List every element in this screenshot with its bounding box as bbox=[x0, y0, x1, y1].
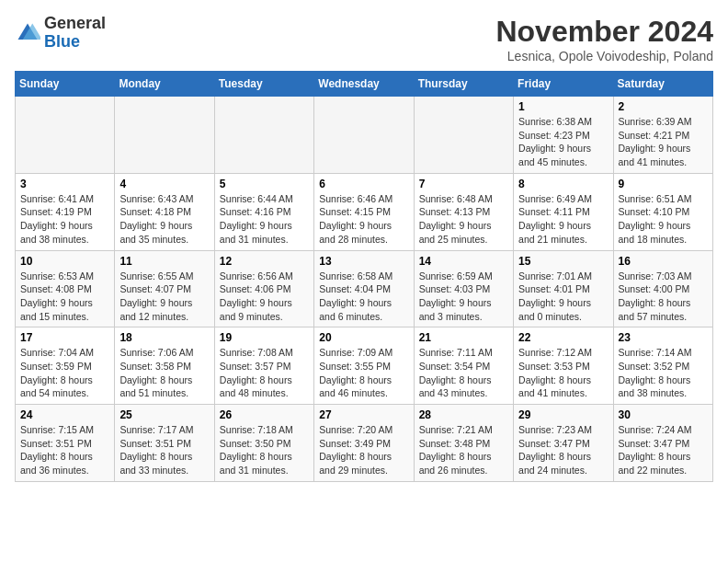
day-info: Sunrise: 7:14 AM Sunset: 3:52 PM Dayligh… bbox=[619, 346, 708, 400]
calendar-cell-w4-d4: 20Sunrise: 7:09 AM Sunset: 3:55 PM Dayli… bbox=[314, 327, 414, 405]
day-number: 20 bbox=[319, 331, 408, 344]
day-number: 17 bbox=[20, 331, 109, 344]
calendar-cell-w4-d6: 22Sunrise: 7:12 AM Sunset: 3:53 PM Dayli… bbox=[514, 327, 613, 405]
calendar-cell-w4-d2: 18Sunrise: 7:06 AM Sunset: 3:58 PM Dayli… bbox=[115, 327, 214, 405]
day-info: Sunrise: 7:20 AM Sunset: 3:49 PM Dayligh… bbox=[319, 423, 408, 477]
week-row-3: 10Sunrise: 6:53 AM Sunset: 4:08 PM Dayli… bbox=[16, 250, 713, 327]
calendar-cell-w4-d7: 23Sunrise: 7:14 AM Sunset: 3:52 PM Dayli… bbox=[613, 327, 712, 405]
day-number: 30 bbox=[619, 408, 708, 421]
day-info: Sunrise: 7:01 AM Sunset: 4:01 PM Dayligh… bbox=[518, 270, 608, 324]
calendar-cell-w1-d6: 1Sunrise: 6:38 AM Sunset: 4:23 PM Daylig… bbox=[514, 97, 613, 174]
day-number: 1 bbox=[518, 100, 608, 113]
day-number: 26 bbox=[220, 408, 309, 421]
day-number: 8 bbox=[518, 178, 608, 190]
calendar-cell-w2-d7: 9Sunrise: 6:51 AM Sunset: 4:10 PM Daylig… bbox=[613, 173, 712, 250]
calendar-cell-w5-d4: 27Sunrise: 7:20 AM Sunset: 3:49 PM Dayli… bbox=[314, 405, 414, 482]
day-info: Sunrise: 7:17 AM Sunset: 3:51 PM Dayligh… bbox=[119, 423, 209, 477]
day-number: 19 bbox=[220, 331, 309, 344]
day-number: 16 bbox=[619, 255, 708, 268]
day-info: Sunrise: 6:51 AM Sunset: 4:10 PM Dayligh… bbox=[619, 192, 708, 247]
day-number: 25 bbox=[119, 408, 209, 421]
day-info: Sunrise: 6:56 AM Sunset: 4:06 PM Dayligh… bbox=[220, 270, 309, 324]
calendar-cell-w4-d3: 19Sunrise: 7:08 AM Sunset: 3:57 PM Dayli… bbox=[214, 327, 313, 405]
day-number: 15 bbox=[518, 255, 608, 268]
weekday-header-saturday: Saturday bbox=[613, 72, 712, 97]
day-info: Sunrise: 6:39 AM Sunset: 4:21 PM Dayligh… bbox=[619, 115, 708, 169]
day-info: Sunrise: 6:41 AM Sunset: 4:19 PM Dayligh… bbox=[20, 192, 109, 247]
day-number: 2 bbox=[619, 100, 708, 113]
week-row-2: 3Sunrise: 6:41 AM Sunset: 4:19 PM Daylig… bbox=[16, 173, 713, 250]
day-number: 18 bbox=[119, 331, 209, 344]
day-number: 6 bbox=[319, 178, 408, 190]
calendar-cell-w2-d2: 4Sunrise: 6:43 AM Sunset: 4:18 PM Daylig… bbox=[115, 173, 214, 250]
calendar-cell-w3-d5: 14Sunrise: 6:59 AM Sunset: 4:03 PM Dayli… bbox=[414, 250, 513, 327]
day-number: 28 bbox=[419, 408, 508, 421]
day-number: 13 bbox=[319, 255, 408, 268]
calendar-cell-w4-d1: 17Sunrise: 7:04 AM Sunset: 3:59 PM Dayli… bbox=[16, 327, 115, 405]
day-info: Sunrise: 7:08 AM Sunset: 3:57 PM Dayligh… bbox=[220, 346, 309, 400]
logo-icon bbox=[15, 20, 40, 46]
calendar-cell-w3-d2: 11Sunrise: 6:55 AM Sunset: 4:07 PM Dayli… bbox=[115, 250, 214, 327]
day-info: Sunrise: 6:53 AM Sunset: 4:08 PM Dayligh… bbox=[20, 270, 109, 324]
day-number: 12 bbox=[220, 255, 309, 268]
logo-blue-text: Blue bbox=[44, 32, 80, 51]
calendar-cell-w2-d6: 8Sunrise: 6:49 AM Sunset: 4:11 PM Daylig… bbox=[514, 173, 613, 250]
day-number: 3 bbox=[20, 178, 109, 190]
calendar-cell-w3-d7: 16Sunrise: 7:03 AM Sunset: 4:00 PM Dayli… bbox=[613, 250, 712, 327]
day-info: Sunrise: 7:12 AM Sunset: 3:53 PM Dayligh… bbox=[518, 346, 608, 400]
day-info: Sunrise: 6:38 AM Sunset: 4:23 PM Dayligh… bbox=[518, 115, 608, 169]
calendar-cell-w4-d5: 21Sunrise: 7:11 AM Sunset: 3:54 PM Dayli… bbox=[414, 327, 513, 405]
calendar-cell-w5-d1: 24Sunrise: 7:15 AM Sunset: 3:51 PM Dayli… bbox=[16, 405, 115, 482]
day-info: Sunrise: 7:24 AM Sunset: 3:47 PM Dayligh… bbox=[619, 423, 708, 477]
day-info: Sunrise: 7:06 AM Sunset: 3:58 PM Dayligh… bbox=[119, 346, 209, 400]
calendar-cell-w2-d1: 3Sunrise: 6:41 AM Sunset: 4:19 PM Daylig… bbox=[16, 173, 115, 250]
weekday-header-row: SundayMondayTuesdayWednesdayThursdayFrid… bbox=[16, 72, 713, 97]
day-info: Sunrise: 6:48 AM Sunset: 4:13 PM Dayligh… bbox=[419, 192, 508, 247]
weekday-header-friday: Friday bbox=[514, 72, 613, 97]
calendar-cell-w3-d6: 15Sunrise: 7:01 AM Sunset: 4:01 PM Dayli… bbox=[514, 250, 613, 327]
day-info: Sunrise: 7:04 AM Sunset: 3:59 PM Dayligh… bbox=[20, 346, 109, 400]
day-number: 5 bbox=[220, 178, 309, 190]
day-number: 22 bbox=[518, 331, 608, 344]
month-title: November 2024 bbox=[495, 15, 713, 49]
day-number: 14 bbox=[419, 255, 508, 268]
calendar-cell-w3-d3: 12Sunrise: 6:56 AM Sunset: 4:06 PM Dayli… bbox=[214, 250, 313, 327]
weekday-header-thursday: Thursday bbox=[414, 72, 513, 97]
day-info: Sunrise: 7:21 AM Sunset: 3:48 PM Dayligh… bbox=[419, 423, 508, 477]
calendar-cell-w1-d5 bbox=[414, 97, 513, 174]
logo-general-text: General bbox=[44, 14, 106, 32]
day-info: Sunrise: 6:58 AM Sunset: 4:04 PM Dayligh… bbox=[319, 270, 408, 324]
day-info: Sunrise: 7:11 AM Sunset: 3:54 PM Dayligh… bbox=[419, 346, 508, 400]
weekday-header-monday: Monday bbox=[115, 72, 214, 97]
calendar-cell-w1-d3 bbox=[214, 97, 313, 174]
day-number: 9 bbox=[619, 178, 708, 190]
calendar-cell-w5-d6: 29Sunrise: 7:23 AM Sunset: 3:47 PM Dayli… bbox=[514, 405, 613, 482]
calendar-cell-w2-d3: 5Sunrise: 6:44 AM Sunset: 4:16 PM Daylig… bbox=[214, 173, 313, 250]
day-number: 11 bbox=[119, 255, 209, 268]
day-number: 29 bbox=[518, 408, 608, 421]
day-info: Sunrise: 6:59 AM Sunset: 4:03 PM Dayligh… bbox=[419, 270, 508, 324]
day-info: Sunrise: 6:46 AM Sunset: 4:15 PM Dayligh… bbox=[319, 192, 408, 247]
day-info: Sunrise: 6:49 AM Sunset: 4:11 PM Dayligh… bbox=[518, 192, 608, 247]
calendar-cell-w1-d4 bbox=[314, 97, 414, 174]
day-number: 21 bbox=[419, 331, 508, 344]
calendar-cell-w5-d5: 28Sunrise: 7:21 AM Sunset: 3:48 PM Dayli… bbox=[414, 405, 513, 482]
day-info: Sunrise: 7:18 AM Sunset: 3:50 PM Dayligh… bbox=[220, 423, 309, 477]
logo: General Blue bbox=[15, 15, 106, 52]
day-number: 10 bbox=[20, 255, 109, 268]
calendar-cell-w5-d7: 30Sunrise: 7:24 AM Sunset: 3:47 PM Dayli… bbox=[613, 405, 712, 482]
day-number: 4 bbox=[119, 178, 209, 190]
calendar-cell-w2-d4: 6Sunrise: 6:46 AM Sunset: 4:15 PM Daylig… bbox=[314, 173, 414, 250]
calendar-cell-w5-d2: 25Sunrise: 7:17 AM Sunset: 3:51 PM Dayli… bbox=[115, 405, 214, 482]
day-number: 24 bbox=[20, 408, 109, 421]
weekday-header-wednesday: Wednesday bbox=[314, 72, 414, 97]
day-info: Sunrise: 7:03 AM Sunset: 4:00 PM Dayligh… bbox=[619, 270, 708, 324]
header: General Blue November 2024 Lesnica, Opol… bbox=[15, 15, 713, 63]
week-row-5: 24Sunrise: 7:15 AM Sunset: 3:51 PM Dayli… bbox=[16, 405, 713, 482]
day-info: Sunrise: 6:43 AM Sunset: 4:18 PM Dayligh… bbox=[119, 192, 209, 247]
weekday-header-sunday: Sunday bbox=[16, 72, 115, 97]
calendar-cell-w2-d5: 7Sunrise: 6:48 AM Sunset: 4:13 PM Daylig… bbox=[414, 173, 513, 250]
calendar-cell-w3-d1: 10Sunrise: 6:53 AM Sunset: 4:08 PM Dayli… bbox=[16, 250, 115, 327]
calendar-cell-w1-d7: 2Sunrise: 6:39 AM Sunset: 4:21 PM Daylig… bbox=[613, 97, 712, 174]
day-number: 23 bbox=[619, 331, 708, 344]
